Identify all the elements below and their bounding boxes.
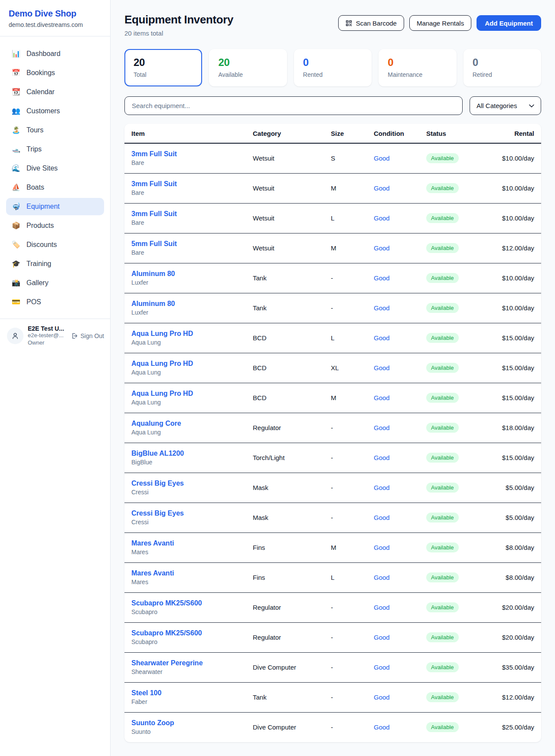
condition-link[interactable]: Good [374, 723, 390, 731]
item-name-link[interactable]: Scubapro MK25/S600 [131, 629, 239, 637]
item-name-link[interactable]: Cressi Big Eyes [131, 509, 239, 517]
sidebar-item-customers[interactable]: 👥 Customers [6, 102, 104, 120]
stat-card-rented[interactable]: 0 Rented [294, 49, 372, 86]
condition-link[interactable]: Good [374, 364, 390, 371]
sidebar-item-training[interactable]: 🎓 Training [6, 255, 104, 273]
sidebar-item-calendar[interactable]: 📆 Calendar [6, 83, 104, 101]
stat-card-retired[interactable]: 0 Retired [464, 49, 541, 86]
item-name-link[interactable]: 5mm Full Suit [131, 240, 239, 248]
size-cell: - [324, 473, 367, 503]
size-cell: - [324, 293, 367, 323]
item-name-link[interactable]: Suunto Zoop [131, 719, 239, 727]
condition-link[interactable]: Good [374, 184, 390, 192]
sidebar-item-discounts[interactable]: 🏷️ Discounts [6, 236, 104, 253]
item-brand: Aqua Lung [131, 369, 239, 376]
condition-link[interactable]: Good [374, 454, 390, 461]
table-row: Mares Avanti Mares Fins M Good Available… [124, 532, 541, 562]
stat-value: 20 [218, 56, 278, 69]
sidebar-item-gallery[interactable]: 📸 Gallery [6, 274, 104, 292]
wave-icon: 🌊 [11, 165, 21, 172]
scan-barcode-button[interactable]: Scan Barcode [338, 15, 404, 31]
condition-link[interactable]: Good [374, 244, 390, 252]
sidebar-item-boats[interactable]: ⛵ Boats [6, 179, 104, 196]
table-row: Aqualung Core Aqua Lung Regulator - Good… [124, 413, 541, 443]
condition-link[interactable]: Good [374, 334, 390, 342]
sidebar-item-equipment[interactable]: 🤿 Equipment [6, 198, 104, 215]
item-name-link[interactable]: BigBlue AL1200 [131, 450, 239, 457]
sidebar-item-trips[interactable]: 🛥️ Trips [6, 141, 104, 158]
size-cell: L [324, 203, 367, 233]
stat-value: 0 [473, 56, 532, 69]
item-name-link[interactable]: Aqua Lung Pro HD [131, 360, 239, 368]
rental-cell: $25.00/day [480, 712, 541, 742]
rental-cell: $10.00/day [480, 263, 541, 293]
condition-link[interactable]: Good [374, 664, 390, 671]
sidebar-item-bookings[interactable]: 📅 Bookings [6, 64, 104, 82]
condition-link[interactable]: Good [374, 514, 390, 521]
condition-link[interactable]: Good [374, 274, 390, 282]
category-select[interactable]: All Categories [470, 96, 541, 115]
item-name-link[interactable]: Shearwater Peregrine [131, 659, 239, 667]
rental-cell: $15.00/day [480, 353, 541, 383]
stat-label: Retired [473, 71, 532, 78]
condition-link[interactable]: Good [374, 694, 390, 701]
condition-link[interactable]: Good [374, 544, 390, 551]
item-name-link[interactable]: Aluminum 80 [131, 300, 239, 308]
item-brand: Aqua Lung [131, 429, 239, 436]
sidebar-item-dashboard[interactable]: 📊 Dashboard [6, 45, 104, 62]
stat-card-maintenance[interactable]: 0 Maintenance [379, 49, 456, 86]
sidebar-item-dive-sites[interactable]: 🌊 Dive Sites [6, 160, 104, 177]
item-name-link[interactable]: Aqua Lung Pro HD [131, 390, 239, 398]
item-name-link[interactable]: Aqualung Core [131, 420, 239, 427]
category-cell: Regulator [246, 622, 324, 652]
search-input[interactable] [124, 96, 463, 115]
condition-link[interactable]: Good [374, 154, 390, 162]
manage-rentals-button[interactable]: Manage Rentals [409, 15, 471, 31]
header-actions: Scan Barcode Manage Rentals Add Equipmen… [338, 13, 541, 31]
scan-barcode-label: Scan Barcode [356, 20, 397, 27]
category-cell: BCD [246, 353, 324, 383]
status-badge: Available [426, 483, 459, 493]
sign-out-button[interactable]: Sign Out [71, 332, 104, 339]
item-name-link[interactable]: Aqua Lung Pro HD [131, 330, 239, 338]
condition-link[interactable]: Good [374, 214, 390, 222]
sidebar-item-tours[interactable]: 🏝️ Tours [6, 122, 104, 139]
item-brand: Cressi [131, 489, 239, 496]
item-name-link[interactable]: Scubapro MK25/S600 [131, 599, 239, 607]
condition-link[interactable]: Good [374, 424, 390, 431]
stat-card-total[interactable]: 20 Total [124, 49, 202, 86]
table-row: 3mm Full Suit Bare Wetsuit L Good Availa… [124, 203, 541, 233]
item-name-link[interactable]: Steel 100 [131, 689, 239, 697]
rental-cell: $10.00/day [480, 173, 541, 203]
table-row: Aluminum 80 Luxfer Tank - Good Available… [124, 263, 541, 293]
stat-card-available[interactable]: 20 Available [209, 49, 287, 86]
condition-link[interactable]: Good [374, 634, 390, 641]
item-name-link[interactable]: Cressi Big Eyes [131, 480, 239, 487]
sidebar-item-products[interactable]: 📦 Products [6, 217, 104, 234]
sidebar-item-pos[interactable]: 💳 POS [6, 293, 104, 311]
condition-link[interactable]: Good [374, 604, 390, 611]
item-name-link[interactable]: Aluminum 80 [131, 270, 239, 278]
page-title: Equipment Inventory [124, 13, 233, 26]
rental-cell: $15.00/day [480, 443, 541, 473]
size-cell: - [324, 413, 367, 443]
item-name-link[interactable]: 3mm Full Suit [131, 150, 239, 158]
item-name-link[interactable]: 3mm Full Suit [131, 210, 239, 218]
status-badge: Available [426, 692, 459, 702]
add-equipment-button[interactable]: Add Equipment [477, 15, 541, 31]
condition-link[interactable]: Good [374, 394, 390, 401]
rental-cell: $12.00/day [480, 682, 541, 712]
item-name-link[interactable]: Mares Avanti [131, 569, 239, 577]
rental-cell: $35.00/day [480, 652, 541, 682]
condition-link[interactable]: Good [374, 484, 390, 491]
status-badge: Available [426, 662, 459, 672]
item-name-link[interactable]: Mares Avanti [131, 539, 239, 547]
stat-value: 0 [303, 56, 362, 69]
item-name-link[interactable]: 3mm Full Suit [131, 180, 239, 188]
title-block: Equipment Inventory 20 items total [124, 13, 233, 37]
item-brand: Bare [131, 249, 239, 256]
rental-cell: $10.00/day [480, 293, 541, 323]
table-row: Aqua Lung Pro HD Aqua Lung BCD L Good Av… [124, 323, 541, 353]
condition-link[interactable]: Good [374, 574, 390, 581]
condition-link[interactable]: Good [374, 304, 390, 312]
